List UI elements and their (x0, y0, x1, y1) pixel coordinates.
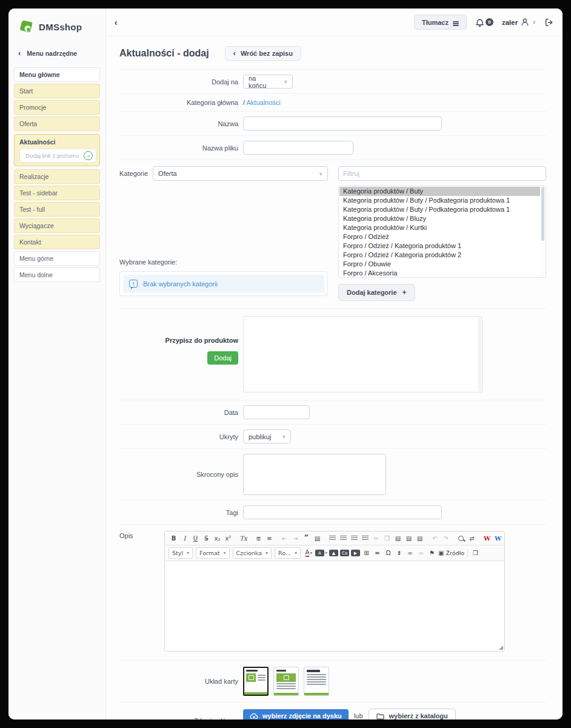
page-break-icon[interactable]: ⇟ (394, 548, 404, 558)
align-right-icon[interactable] (349, 533, 359, 543)
text-color-icon[interactable]: A▾ (304, 548, 314, 558)
notifications-button[interactable]: 0 (475, 18, 493, 27)
nazwa-pliku-input[interactable] (243, 141, 353, 155)
breadcrumb-link-aktualnosci[interactable]: Aktualności (247, 99, 281, 106)
indent-icon[interactable]: ⇥ (290, 533, 301, 543)
align-left-icon[interactable] (327, 533, 338, 543)
size-select[interactable]: Ro...▾ (275, 547, 301, 559)
category-option[interactable]: Forpro / Odzież (339, 232, 540, 241)
add-categories-button[interactable]: Dodaj kategorie + (338, 284, 415, 301)
paste-from-word-icon[interactable]: ▤ (415, 533, 425, 543)
cut-icon[interactable]: ✂ (371, 533, 381, 543)
find-icon[interactable] (456, 533, 466, 543)
italic-icon[interactable]: I (179, 533, 190, 543)
anchor-icon[interactable]: ⚑ (427, 548, 437, 558)
image-icon[interactable]: ▲ (329, 548, 339, 558)
styles-select[interactable]: Styl▾ (169, 547, 193, 559)
editor-resize-handle[interactable] (499, 645, 503, 650)
div-container-icon[interactable]: ▤ (312, 533, 322, 543)
numbered-list-icon[interactable]: ≣ (253, 533, 264, 543)
video-icon[interactable]: ▶ (350, 548, 361, 558)
ukryty-select[interactable]: publikuj ∨ (243, 430, 291, 443)
category-filter-input[interactable] (338, 166, 546, 181)
sidebar-item-realizacje[interactable]: Realizacje (14, 169, 100, 184)
choose-from-catalog-button[interactable]: wybierz z katalogu (369, 709, 456, 720)
sidebar-item-aktualności[interactable]: Aktualności→ (14, 134, 100, 166)
bg-color-icon[interactable]: A▾ (315, 548, 328, 558)
spellcheck-blue-w-icon[interactable]: W (493, 533, 503, 543)
blockquote-icon[interactable]: ” (301, 533, 312, 543)
editor-content-area[interactable] (165, 561, 504, 651)
link-icon[interactable]: ∞ (405, 548, 415, 558)
subscript-icon[interactable]: x₂ (212, 533, 222, 543)
category-option[interactable]: Kategoria produktów / Buty / Podkategori… (339, 205, 540, 214)
remove-format-icon[interactable]: Tx (238, 533, 249, 543)
choose-image-from-disk-button[interactable]: wybierz zdjęcie na dysku (243, 709, 349, 720)
back-without-save-button[interactable]: ‹ Wróć bez zapisu (225, 46, 301, 61)
spellcheck-red-w-icon[interactable]: W (482, 533, 492, 543)
category-option[interactable]: Kategoria produktów / Buty (339, 187, 540, 196)
collapse-sidebar-button[interactable]: ‹ (115, 18, 118, 27)
skrocony-opis-textarea[interactable] (243, 454, 386, 495)
undo-icon[interactable]: ↶ (430, 533, 440, 543)
font-select[interactable]: Czcionka▾ (233, 547, 272, 559)
card-layout-option-image-left[interactable] (243, 667, 269, 696)
format-select[interactable]: Format▾ (196, 547, 230, 559)
oembed-icon[interactable]: Ca (339, 548, 350, 558)
table-icon[interactable]: ⊞ (361, 548, 372, 558)
category-option[interactable]: Forpro / Obuwie (339, 260, 540, 269)
sidebar-item-test-full[interactable]: Test - full (14, 202, 100, 217)
align-center-icon[interactable] (338, 533, 349, 543)
outdent-icon[interactable]: ⇤ (279, 533, 290, 543)
add-link-input[interactable] (24, 152, 81, 160)
strikethrough-icon[interactable]: S (201, 533, 212, 543)
sidebar-item-menu-główne[interactable]: Menu główne (14, 67, 100, 82)
sidebar-item-oferta[interactable]: Oferta (14, 116, 100, 131)
sidebar-item-menu-górne[interactable]: Menu górne (14, 251, 100, 266)
bold-icon[interactable]: B (169, 533, 179, 543)
card-layout-option-text-only[interactable] (304, 667, 329, 696)
user-menu[interactable]: zaler ∨ (502, 18, 536, 27)
copy-icon[interactable]: ❐ (382, 533, 392, 543)
add-level1-link-field[interactable]: → (19, 149, 96, 163)
bulleted-list-icon[interactable]: ≡ (264, 533, 275, 543)
replace-icon[interactable]: ⇄ (467, 533, 477, 543)
underline-icon[interactable]: U (190, 533, 201, 543)
sidebar-back-parent-menu[interactable]: ‹ Menu nadrzędne (8, 41, 105, 63)
redo-icon[interactable]: ↷ (441, 533, 451, 543)
card-layout-option-image-top[interactable] (273, 667, 299, 696)
sidebar-item-test-sidebar[interactable]: Test - sidebar (14, 186, 100, 200)
assigned-products-listbox[interactable] (243, 316, 483, 393)
logout-icon[interactable] (544, 18, 554, 27)
sidebar-item-kontakt[interactable]: Kontakt (14, 235, 100, 249)
category-option[interactable]: Forpro / Odzież / Kategoria produktów 1 (339, 241, 540, 251)
translate-button[interactable]: Tłumacz (414, 15, 467, 30)
sidebar-item-wyciągacze[interactable]: Wyciągacze (14, 218, 100, 233)
scrollbar-track[interactable] (541, 187, 545, 277)
scrollbar-thumb[interactable] (541, 187, 544, 241)
sidebar-item-start[interactable]: Start (14, 84, 100, 98)
paste-icon[interactable]: ▤ (393, 533, 403, 543)
horizontal-rule-icon[interactable]: = (372, 548, 382, 558)
unlink-icon[interactable]: ∞ (416, 548, 426, 558)
category-option[interactable]: Kategoria produktów / Buty / Podkategori… (339, 196, 540, 205)
category-option[interactable]: Forpro / Akcesoria (339, 269, 540, 278)
category-option[interactable]: Forpro / Odzież / Kategoria produktów 2 (339, 251, 540, 260)
category-listbox[interactable]: Kategoria produktów / ButyKategoria prod… (338, 186, 546, 278)
tagi-input[interactable] (243, 505, 442, 519)
assign-products-add-button[interactable]: Dodaj (207, 351, 238, 365)
category-option[interactable]: Kategoria produktów / Kurtki (339, 223, 540, 232)
source-icon[interactable]: ▣Źródło (438, 548, 465, 558)
dodaj-na-select[interactable]: na końcu ∨ (243, 75, 293, 89)
submit-arrow-icon[interactable]: → (84, 151, 93, 160)
superscript-icon[interactable]: x² (223, 533, 233, 543)
sidebar-item-promocje[interactable]: Promocje (14, 100, 100, 115)
data-input[interactable] (243, 405, 310, 419)
maximize-icon[interactable]: ❒ (470, 548, 481, 558)
kategorie-select[interactable]: Oferta ∨ (153, 166, 328, 181)
special-char-icon[interactable]: Ω (383, 548, 393, 558)
sidebar-item-menu-dolne[interactable]: Menu dolne (14, 268, 100, 282)
category-option[interactable]: Kategoria produktów / Bluzy (339, 214, 540, 223)
paste-plain-text-icon[interactable]: ▤ (404, 533, 414, 543)
nazwa-input[interactable] (243, 116, 442, 130)
